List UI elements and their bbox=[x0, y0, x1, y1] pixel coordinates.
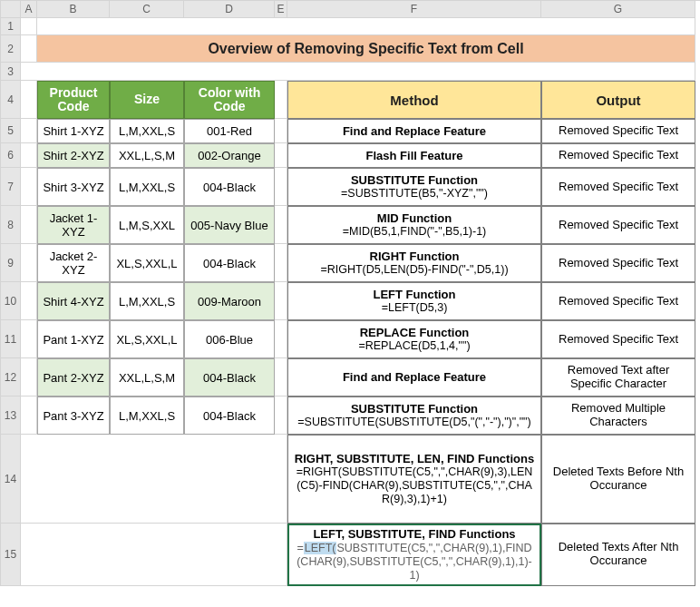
table-cell[interactable]: Pant 1-XYZ bbox=[37, 320, 110, 358]
select-all-corner[interactable] bbox=[1, 1, 21, 18]
col-header-F[interactable]: F bbox=[287, 1, 541, 18]
col-header-B[interactable]: B bbox=[37, 1, 110, 18]
row-header-13[interactable]: 13 bbox=[1, 397, 21, 435]
table-cell[interactable]: Shirt 1-XYZ bbox=[37, 119, 110, 143]
cell-E11[interactable] bbox=[275, 320, 287, 358]
cell-E5[interactable] bbox=[275, 119, 287, 143]
table-cell[interactable]: L,M,XXL,S bbox=[110, 282, 184, 320]
row-header-12[interactable]: 12 bbox=[1, 358, 21, 397]
page-title[interactable]: Overview of Removing Specific Text from … bbox=[37, 35, 695, 63]
table-cell[interactable]: 005-Navy Blue bbox=[184, 206, 275, 244]
cell-E6[interactable] bbox=[275, 143, 287, 168]
output-cell[interactable]: Removed Text after Specific Character bbox=[541, 358, 695, 397]
cell-A5[interactable] bbox=[21, 119, 37, 143]
cell-E9[interactable] bbox=[275, 244, 287, 282]
method-cell[interactable]: SUBSTITUTE Function=SUBSTITUTE(SUBSTITUT… bbox=[287, 397, 541, 435]
header-output[interactable]: Output bbox=[541, 81, 695, 119]
table-cell[interactable]: 001-Red bbox=[184, 119, 275, 143]
col-header-C[interactable]: C bbox=[110, 1, 184, 18]
cell-E10[interactable] bbox=[275, 282, 287, 320]
table-cell[interactable]: XXL,L,S,M bbox=[110, 358, 184, 397]
cell-E13[interactable] bbox=[275, 397, 287, 435]
row-header-5[interactable]: 5 bbox=[1, 119, 21, 143]
col-header-G[interactable]: G bbox=[541, 1, 695, 18]
header-size[interactable]: Size bbox=[110, 81, 184, 119]
table-cell[interactable]: Shirt 3-XYZ bbox=[37, 168, 110, 206]
header-method[interactable]: Method bbox=[287, 81, 541, 119]
table-cell[interactable]: 002-Orange bbox=[184, 143, 275, 168]
cell-A14[interactable] bbox=[21, 435, 287, 524]
table-cell[interactable]: XL,S,XXL,L bbox=[110, 244, 184, 282]
table-cell[interactable]: Shirt 4-XYZ bbox=[37, 282, 110, 320]
output-cell[interactable]: Removed Specific Text bbox=[541, 282, 695, 320]
method-cell[interactable]: SUBSTITUTE Function=SUBSTITUTE(B5,"-XYZ"… bbox=[287, 168, 541, 206]
output-cell[interactable]: Removed Specific Text bbox=[541, 206, 695, 244]
cell-E4[interactable] bbox=[275, 81, 287, 119]
row-header-14[interactable]: 14 bbox=[1, 435, 21, 524]
table-cell[interactable]: Pant 2-XYZ bbox=[37, 358, 110, 397]
cell-A13[interactable] bbox=[21, 397, 37, 435]
table-cell[interactable]: Shirt 2-XYZ bbox=[37, 143, 110, 168]
table-cell[interactable]: 004-Black bbox=[184, 168, 275, 206]
method-cell[interactable]: Find and Replace Feature bbox=[287, 119, 541, 143]
output-cell[interactable]: Removed Specific Text bbox=[541, 119, 695, 143]
method-cell[interactable]: RIGHT Function=RIGHT(D5,LEN(D5)-FIND("-"… bbox=[287, 244, 541, 282]
cell-B1[interactable] bbox=[37, 18, 695, 35]
row-header-1[interactable]: 1 bbox=[1, 18, 21, 35]
row-header-9[interactable]: 9 bbox=[1, 244, 21, 282]
cell-A1[interactable] bbox=[21, 18, 37, 35]
method-cell[interactable]: Flash Fill Feature bbox=[287, 143, 541, 168]
table-cell[interactable]: Jacket 2-XYZ bbox=[37, 244, 110, 282]
header-product-code[interactable]: Product Code bbox=[37, 81, 110, 119]
cell-A2[interactable] bbox=[21, 35, 37, 63]
col-header-D[interactable]: D bbox=[184, 1, 275, 18]
cell-E8[interactable] bbox=[275, 206, 287, 244]
row-header-11[interactable]: 11 bbox=[1, 320, 21, 358]
cell-A8[interactable] bbox=[21, 206, 37, 244]
output-cell[interactable]: Removed Specific Text bbox=[541, 168, 695, 206]
method-cell[interactable]: MID Function=MID(B5,1,FIND("-",B5,1)-1) bbox=[287, 206, 541, 244]
cell-E7[interactable] bbox=[275, 168, 287, 206]
cell-E12[interactable] bbox=[275, 358, 287, 397]
row-header-7[interactable]: 7 bbox=[1, 168, 21, 206]
row-header-10[interactable]: 10 bbox=[1, 282, 21, 320]
table-cell[interactable]: Pant 3-XYZ bbox=[37, 397, 110, 435]
row-header-6[interactable]: 6 bbox=[1, 143, 21, 168]
cell-A10[interactable] bbox=[21, 282, 37, 320]
row-header-8[interactable]: 8 bbox=[1, 206, 21, 244]
output-cell[interactable]: Removed Multiple Characters bbox=[541, 397, 695, 435]
cell-A7[interactable] bbox=[21, 168, 37, 206]
table-cell[interactable]: L,M,XXL,S bbox=[110, 119, 184, 143]
table-cell[interactable]: L,M,S,XXL bbox=[110, 206, 184, 244]
row-header-3[interactable]: 3 bbox=[1, 63, 21, 81]
cell-A11[interactable] bbox=[21, 320, 37, 358]
active-cell[interactable]: LEFT, SUBSTITUTE, FIND Functions =LEFT(S… bbox=[287, 524, 541, 586]
cell-A6[interactable] bbox=[21, 143, 37, 168]
table-cell[interactable]: 004-Black bbox=[184, 397, 275, 435]
formula-editor[interactable]: =LEFT(SUBSTITUTE(C5,",",CHAR(9),1),FIND(… bbox=[294, 542, 535, 583]
method-cell[interactable]: REPLACE Function=REPLACE(D5,1,4,"") bbox=[287, 320, 541, 358]
output-cell[interactable]: Removed Specific Text bbox=[541, 320, 695, 358]
cell-A12[interactable] bbox=[21, 358, 37, 397]
cell-A9[interactable] bbox=[21, 244, 37, 282]
row-header-2[interactable]: 2 bbox=[1, 35, 21, 63]
method-cell[interactable]: LEFT Function=LEFT(D5,3) bbox=[287, 282, 541, 320]
row-header-15[interactable]: 15 bbox=[1, 524, 21, 586]
table-cell[interactable]: L,M,XXL,S bbox=[110, 397, 184, 435]
header-color-code[interactable]: Color with Code bbox=[184, 81, 275, 119]
table-cell[interactable]: L,M,XXL,S bbox=[110, 168, 184, 206]
row-header-4[interactable]: 4 bbox=[1, 81, 21, 119]
table-cell[interactable]: 004-Black bbox=[184, 244, 275, 282]
output-cell[interactable]: Deleted Texts After Nth Occurance bbox=[541, 524, 695, 586]
method-cell[interactable]: Find and Replace Feature bbox=[287, 358, 541, 397]
table-cell[interactable]: 006-Blue bbox=[184, 320, 275, 358]
table-cell[interactable]: 004-Black bbox=[184, 358, 275, 397]
method-cell[interactable]: RIGHT, SUBSTITUTE, LEN, FIND Functions=R… bbox=[287, 435, 541, 524]
cell-A15[interactable] bbox=[21, 524, 287, 586]
cell-A4[interactable] bbox=[21, 81, 37, 119]
cell-A3[interactable] bbox=[21, 63, 695, 81]
table-cell[interactable]: 009-Maroon bbox=[184, 282, 275, 320]
output-cell[interactable]: Deleted Texts Before Nth Occurance bbox=[541, 435, 695, 524]
table-cell[interactable]: XXL,L,S,M bbox=[110, 143, 184, 168]
output-cell[interactable]: Removed Specific Text bbox=[541, 143, 695, 168]
